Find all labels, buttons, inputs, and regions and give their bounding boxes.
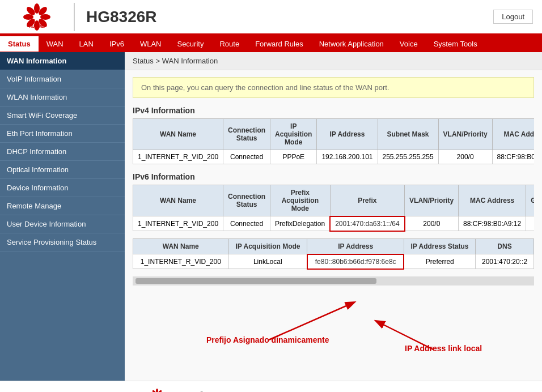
sidebar: WAN Information VoIP Information WLAN In…	[0, 52, 125, 381]
sidebar-item-dhcp[interactable]: DHCP Information	[0, 143, 125, 161]
ipv6-col-gateway: Gateway	[526, 185, 534, 216]
ipv6a-col-dns: DNS	[476, 238, 534, 254]
ipv6a-cell-ip-mode: LinkLocal	[228, 254, 307, 269]
nav-status[interactable]: Status	[0, 36, 39, 52]
ipv4-col-subnet: Subnet Mask	[378, 119, 438, 150]
ipv6-table: WAN Name Connection Status Prefix Acquis…	[133, 185, 534, 232]
ipv6-row-0: 1_INTERNET_R_VID_200 Connected PrefixDel…	[133, 216, 535, 231]
ipv6-cell-conn-status: Connected	[223, 216, 270, 231]
ipv6-cell-vlan: 200/0	[405, 216, 459, 231]
ipv4-cell-ip-addr: 192.168.200.101	[317, 150, 378, 164]
ipv4-col-ip-addr: IP Address	[317, 119, 378, 150]
ipv6a-col-wan-name: WAN Name	[133, 238, 229, 254]
ipv6a-cell-wan-name: 1_INTERNET_R_VID_200	[133, 254, 229, 269]
sidebar-item-user-device[interactable]: User Device Information	[0, 215, 125, 233]
svg-point-2	[40, 14, 50, 20]
svg-point-20	[151, 390, 156, 392]
sidebar-item-optical[interactable]: Optical Information	[0, 161, 125, 179]
nav-wlan[interactable]: WLAN	[132, 36, 170, 52]
logout-button[interactable]: Logout	[493, 10, 533, 24]
footer: Copyright © Huawei Technologies Co., Ltd…	[0, 381, 542, 392]
ipv6a-cell-dns: 2001:470:20::2	[476, 254, 534, 269]
ipv4-section-title: IPv4 Information	[133, 106, 534, 115]
svg-point-14	[158, 390, 162, 392]
ipv6-col-vlan: VLAN/Priority	[405, 185, 459, 216]
nav-lan[interactable]: LAN	[71, 36, 101, 52]
nav-voice[interactable]: Voice	[392, 36, 426, 52]
nav-route[interactable]: Route	[211, 36, 247, 52]
ipv6a-col-ip-addr: IP Address	[307, 238, 404, 254]
ipv4-cell-wan-name: 1_INTERNET_R_VID_200	[133, 150, 223, 164]
ipv6-section-title: IPv6 Information	[133, 172, 534, 181]
ipv6-cell-prefix-mode: PrefixDelegation	[270, 216, 331, 231]
nav-wan[interactable]: WAN	[39, 36, 71, 52]
ipv4-col-conn-status: Connection Status	[223, 119, 270, 150]
sidebar-item-smart-wifi[interactable]: Smart WiFi Coverage	[0, 106, 125, 125]
ipv6a-col-ip-status: IP Address Status	[404, 238, 475, 254]
ipv4-cell-conn-status: Connected	[223, 150, 270, 164]
ipv4-cell-subnet: 255.255.255.255	[378, 150, 438, 164]
ipv6-col-prefix-mode: Prefix Acquisition Mode	[270, 185, 331, 216]
sidebar-item-remote-manage[interactable]: Remote Manage	[0, 197, 125, 215]
ipv6-cell-wan-name: 1_INTERNET_R_VID_200	[133, 216, 223, 231]
ipv4-table: WAN Name Connection Status IP Acquisitio…	[133, 118, 534, 164]
ipv6-addr-table: WAN Name IP Acquisition Mode IP Address …	[133, 238, 534, 270]
sidebar-item-service-provisioning[interactable]: Service Provisioning Status	[0, 233, 125, 252]
footer-logo	[150, 388, 164, 392]
ipv4-cell-ip-mode: PPPoE	[270, 150, 317, 164]
ipv6-col-conn-status: Connection Status	[223, 185, 270, 216]
device-title: HG8326R	[75, 8, 493, 26]
breadcrumb: Status > WAN Information	[125, 52, 542, 70]
ipv6-table-wrapper: WAN Name Connection Status Prefix Acquis…	[133, 185, 534, 232]
ipv6-col-wan-name: WAN Name	[133, 185, 223, 216]
svg-point-6	[23, 14, 33, 20]
huawei-logo: HUAWEI	[0, 0, 74, 36]
sidebar-item-eth-port[interactable]: Eth Port Information	[0, 125, 125, 143]
svg-point-0	[34, 3, 40, 14]
arrows-svg	[133, 290, 530, 369]
nav-system-tools[interactable]: System Tools	[426, 36, 485, 52]
navbar: Status WAN LAN IPv6 WLAN Security Route …	[0, 35, 542, 52]
svg-point-13	[156, 389, 158, 392]
ipv4-col-vlan: VLAN/Priority	[438, 119, 492, 150]
horizontal-scrollbar[interactable]	[133, 276, 534, 286]
ipv6-cell-mac: 88:CF:98:B0:A9:12	[459, 216, 526, 231]
svg-text:HUAWEI: HUAWEI	[29, 24, 45, 28]
nav-ipv6[interactable]: IPv6	[101, 36, 132, 52]
ipv4-col-mac: MAC Address	[492, 119, 534, 150]
svg-line-11	[269, 302, 354, 340]
ipv4-cell-mac: 88:CF:98:B0:A9:12	[492, 150, 534, 164]
scrollbar-thumb[interactable]	[136, 278, 376, 284]
sidebar-item-wlan-information[interactable]: WLAN Information	[0, 88, 125, 106]
ipv6-col-prefix: Prefix	[330, 185, 404, 216]
ipv6a-row-0: 1_INTERNET_R_VID_200 LinkLocal fe80::80b…	[133, 254, 534, 269]
annotation-label-1: Prefijo Asignado dinamicamente	[206, 335, 329, 344]
ipv4-table-wrapper: WAN Name Connection Status IP Acquisitio…	[133, 118, 534, 164]
ipv6-col-mac: MAC Address	[459, 185, 526, 216]
ipv6-cell-prefix: 2001:470:da63:1::/64	[330, 216, 404, 231]
ipv4-row-0: 1_INTERNET_R_VID_200 Connected PPPoE 192…	[133, 150, 535, 164]
ipv6a-cell-ip-addr: fe80::80b6:b66d:f978:6e8c	[307, 254, 404, 269]
annotations-area: Prefijo Asignado dinamicamente IP Addres…	[133, 290, 534, 369]
annotation-label-2: IP Address link local	[405, 344, 482, 353]
sidebar-item-voip-information[interactable]: VoIP Information	[0, 70, 125, 88]
sidebar-item-wan-information[interactable]: WAN Information	[0, 52, 125, 70]
ipv6-addr-table-wrapper: WAN Name IP Acquisition Mode IP Address …	[133, 238, 534, 270]
nav-network-app[interactable]: Network Application	[311, 36, 392, 52]
nav-forward-rules[interactable]: Forward Rules	[247, 36, 311, 52]
ipv4-cell-vlan: 200/0	[438, 150, 492, 164]
main-content: Status > WAN Information On this page, y…	[125, 52, 542, 381]
sidebar-item-device-info[interactable]: Device Information	[0, 179, 125, 197]
ipv6a-col-ip-mode: IP Acquisition Mode	[228, 238, 307, 254]
ipv4-col-ip-mode: IP Acquisition Mode	[270, 119, 317, 150]
ipv6a-cell-ip-status: Preferred	[404, 254, 475, 269]
ipv6-cell-gateway: --	[526, 216, 534, 231]
info-box: On this page, you can query the connecti…	[133, 77, 534, 98]
ipv4-col-wan-name: WAN Name	[133, 119, 223, 150]
nav-security[interactable]: Security	[169, 36, 211, 52]
